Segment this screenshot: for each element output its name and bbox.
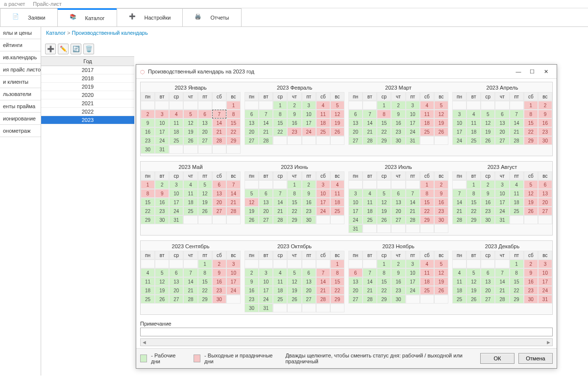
day-cell[interactable]: 17	[406, 277, 420, 286]
day-cell[interactable]: 3	[538, 260, 552, 268]
day-cell[interactable]: 1	[273, 101, 287, 110]
day-cell[interactable]: 31	[348, 224, 363, 233]
day-cell[interactable]: 10	[406, 268, 420, 277]
day-cell[interactable]: 12	[524, 189, 538, 198]
day-cell[interactable]: 23	[524, 286, 538, 295]
day-cell[interactable]: 31	[495, 215, 509, 224]
day-cell[interactable]: 24	[316, 207, 330, 215]
day-cell[interactable]: 2	[212, 260, 226, 268]
day-cell[interactable]: 23	[481, 207, 495, 215]
day-cell[interactable]: 10	[316, 189, 330, 198]
day-cell[interactable]: 28	[363, 295, 377, 304]
day-cell[interactable]: 13	[245, 118, 259, 127]
day-cell[interactable]: 5	[198, 180, 212, 189]
day-cell[interactable]: 23	[434, 207, 448, 215]
sidebar-item[interactable]: льзователи	[0, 88, 41, 100]
day-cell[interactable]: 30	[155, 215, 169, 224]
day-cell[interactable]: 28	[316, 295, 330, 304]
day-cell[interactable]: 15	[287, 198, 301, 207]
day-cell[interactable]: 10	[155, 118, 169, 127]
day-cell[interactable]: 30	[391, 136, 405, 145]
day-cell[interactable]: 29	[287, 215, 301, 224]
day-cell[interactable]: 13	[198, 118, 212, 127]
day-cell[interactable]: 9	[538, 110, 552, 118]
day-cell[interactable]: 25	[330, 207, 344, 215]
day-cell[interactable]: 26	[198, 207, 212, 215]
day-cell[interactable]: 15	[330, 277, 344, 286]
day-cell[interactable]: 3	[155, 110, 169, 118]
day-cell[interactable]: 28	[259, 136, 273, 145]
day-cell[interactable]: 5	[155, 268, 169, 277]
day-cell[interactable]: 13	[169, 277, 183, 286]
day-cell[interactable]: 25	[420, 127, 434, 136]
day-cell[interactable]: 25	[452, 295, 466, 304]
day-cell[interactable]: 2	[245, 268, 259, 277]
cancel-button[interactable]: Отмена	[518, 353, 553, 364]
day-cell[interactable]: 10	[226, 268, 241, 277]
day-cell[interactable]: 1	[330, 260, 344, 268]
day-cell[interactable]: 30	[481, 215, 495, 224]
day-cell[interactable]: 20	[495, 127, 509, 136]
day-cell[interactable]: 1	[198, 260, 212, 268]
day-cell[interactable]: 22	[273, 127, 287, 136]
day-cell[interactable]: 5	[377, 189, 391, 198]
day-cell[interactable]: 5	[183, 110, 197, 118]
day-cell[interactable]: 24	[259, 295, 273, 304]
day-cell[interactable]: 24	[538, 286, 552, 295]
day-cell[interactable]: 11	[466, 118, 481, 127]
day-cell[interactable]: 1	[377, 260, 391, 268]
day-cell[interactable]: 11	[141, 277, 155, 286]
day-cell[interactable]: 19	[481, 127, 495, 136]
day-cell[interactable]: 5	[287, 268, 301, 277]
sidebar-item[interactable]: ионирование	[0, 113, 41, 125]
day-cell[interactable]: 29	[330, 295, 344, 304]
day-cell[interactable]: 23	[538, 127, 552, 136]
day-cell[interactable]: 11	[183, 189, 197, 198]
day-cell[interactable]: 12	[287, 277, 301, 286]
day-cell[interactable]: 9	[524, 268, 538, 277]
day-cell[interactable]: 5	[434, 101, 448, 110]
day-cell[interactable]: 16	[245, 286, 259, 295]
day-cell[interactable]: 23	[245, 295, 259, 304]
day-cell[interactable]: 7	[363, 110, 377, 118]
year-row[interactable]: 2022	[41, 108, 134, 116]
day-cell[interactable]: 16	[287, 118, 301, 127]
day-cell[interactable]: 2	[287, 101, 301, 110]
day-cell[interactable]: 29	[510, 295, 524, 304]
day-cell[interactable]: 26	[377, 215, 391, 224]
day-cell[interactable]: 11	[169, 118, 183, 127]
day-cell[interactable]: 2	[391, 260, 405, 268]
day-cell[interactable]: 30	[391, 295, 405, 304]
day-cell[interactable]: 17	[316, 198, 330, 207]
day-cell[interactable]: 30	[245, 304, 259, 312]
day-cell[interactable]: 14	[226, 189, 241, 198]
day-cell[interactable]: 15	[273, 118, 287, 127]
day-cell[interactable]: 3	[226, 260, 241, 268]
day-cell[interactable]: 13	[481, 277, 495, 286]
day-cell[interactable]: 29	[198, 295, 212, 304]
tab-Каталог[interactable]: 📚Каталог	[57, 8, 117, 26]
day-cell[interactable]: 22	[510, 286, 524, 295]
day-cell[interactable]: 16	[155, 198, 169, 207]
day-cell[interactable]: 9	[212, 268, 226, 277]
day-cell[interactable]: 12	[198, 189, 212, 198]
day-cell[interactable]: 22	[524, 127, 538, 136]
day-cell[interactable]: 9	[155, 189, 169, 198]
year-row[interactable]: 2017	[41, 66, 134, 74]
day-cell[interactable]: 14	[316, 277, 330, 286]
h-scrollbar[interactable]: ◄►	[140, 338, 553, 346]
day-cell[interactable]: 25	[466, 136, 481, 145]
day-cell[interactable]: 18	[169, 127, 183, 136]
day-cell[interactable]: 10	[452, 118, 466, 127]
day-cell[interactable]: 14	[259, 118, 273, 127]
note-input[interactable]	[140, 328, 553, 336]
day-cell[interactable]: 26	[434, 127, 448, 136]
day-cell[interactable]: 3	[169, 180, 183, 189]
day-cell[interactable]: 30	[434, 215, 448, 224]
day-cell[interactable]: 8	[524, 110, 538, 118]
sidebar-item[interactable]: ялы и цены	[0, 27, 41, 39]
day-cell[interactable]: 29	[524, 136, 538, 145]
day-cell[interactable]: 30	[141, 145, 155, 154]
day-cell[interactable]: 16	[524, 277, 538, 286]
day-cell[interactable]: 30	[302, 215, 316, 224]
